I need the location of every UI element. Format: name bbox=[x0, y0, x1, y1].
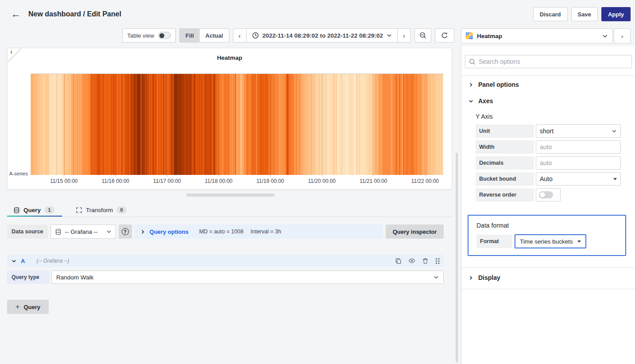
add-query-button[interactable]: + Query bbox=[7, 300, 49, 314]
tab-transform[interactable]: Transform 0 bbox=[70, 203, 133, 217]
header-actions: Discard Save Apply bbox=[533, 7, 631, 21]
time-picker-group: ‹ 2022-11-14 08:29:02 to 2022-11-22 08:2… bbox=[233, 28, 411, 43]
section-label: Panel options bbox=[478, 81, 519, 88]
x-tick: 11/22 00:00 bbox=[411, 175, 439, 184]
unit-label: Unit bbox=[476, 124, 534, 138]
transform-icon bbox=[76, 207, 82, 213]
chevron-right-icon: › bbox=[621, 32, 623, 40]
decimals-input[interactable] bbox=[540, 159, 617, 167]
transform-count-badge: 0 bbox=[116, 206, 127, 214]
heatmap-canvas bbox=[31, 74, 443, 175]
x-axis-ticks: 11/15 00:0011/16 00:0011/17 00:0011/18 0… bbox=[31, 175, 443, 185]
time-range-button[interactable]: 2022-11-14 08:29:02 to 2022-11-22 08:29:… bbox=[247, 32, 397, 39]
tab-query[interactable]: Query 1 bbox=[7, 203, 61, 217]
fill-button[interactable]: Fill bbox=[180, 29, 200, 42]
data-format-title: Data format bbox=[476, 222, 509, 229]
chevron-down-icon bbox=[387, 33, 392, 38]
drag-handle[interactable] bbox=[435, 258, 439, 264]
section-display[interactable]: Display bbox=[469, 274, 500, 281]
x-tick: 11/19 00:00 bbox=[256, 175, 284, 184]
query-inspector-button[interactable]: Query inspector bbox=[386, 225, 444, 239]
viz-picker[interactable]: Heatmap bbox=[461, 28, 613, 43]
query-row-header[interactable]: A (-- Grafana --) bbox=[7, 255, 444, 267]
query-options-label: Query options bbox=[150, 228, 189, 235]
x-tick: 11/17 00:00 bbox=[153, 175, 181, 184]
panel-toolbar: Table view Fill Actual ‹ 2022-11-14 08:2… bbox=[0, 28, 457, 44]
options-search-input[interactable] bbox=[479, 58, 628, 65]
zoom-out-icon bbox=[419, 32, 426, 39]
unit-row: Unit short bbox=[476, 124, 621, 138]
y-axis-heading: Y Axis bbox=[476, 113, 493, 120]
panel-resize-handle[interactable] bbox=[186, 194, 275, 197]
chevron-down-icon bbox=[12, 259, 16, 263]
width-label: Width bbox=[476, 140, 534, 154]
chevron-right-icon: › bbox=[403, 32, 405, 39]
time-shift-back-button[interactable]: ‹ bbox=[233, 29, 246, 42]
apply-button[interactable]: Apply bbox=[601, 7, 631, 21]
eye-icon bbox=[408, 257, 415, 264]
query-type-select[interactable]: Random Walk bbox=[51, 271, 444, 284]
options-sidebar: Panel options Axes Y Axis Unit short Wid… bbox=[461, 46, 635, 364]
query-type-value: Random Walk bbox=[56, 274, 434, 281]
bucket-bound-select[interactable]: Auto bbox=[536, 172, 621, 186]
duplicate-query-button[interactable] bbox=[395, 258, 402, 264]
section-label: Display bbox=[478, 274, 500, 281]
datasource-row: Data source -- Grafana -- ? Query option… bbox=[7, 225, 444, 239]
section-axes[interactable]: Axes bbox=[469, 97, 493, 105]
refresh-button[interactable] bbox=[435, 28, 454, 43]
heatmap-plot bbox=[31, 74, 443, 174]
hide-response-button[interactable] bbox=[408, 257, 415, 264]
viz-picker-row: Heatmap › bbox=[461, 28, 631, 43]
toggle-knob bbox=[540, 192, 545, 197]
section-label: Axes bbox=[478, 97, 493, 105]
edit-panel-page: ← New dashboard / Edit Panel Discard Sav… bbox=[0, 0, 635, 364]
database-icon bbox=[13, 207, 20, 213]
grip-dots-icon bbox=[435, 258, 439, 264]
divider bbox=[461, 289, 635, 289]
format-label: Format bbox=[476, 235, 512, 248]
table-view-switch[interactable] bbox=[158, 32, 171, 39]
width-input[interactable] bbox=[540, 143, 617, 151]
help-icon: ? bbox=[122, 228, 129, 235]
tab-label: Transform bbox=[86, 207, 113, 213]
bucket-bound-row: Bucket bound Auto bbox=[476, 172, 621, 186]
format-row: Format Time series buckets bbox=[476, 234, 586, 248]
datasource-select[interactable]: -- Grafana -- bbox=[50, 225, 116, 239]
info-icon: i bbox=[11, 49, 12, 54]
options-search[interactable] bbox=[465, 55, 632, 68]
reverse-order-row: Reverse order bbox=[476, 188, 561, 201]
format-select[interactable]: Time series buckets bbox=[515, 234, 586, 248]
query-row-a: A (-- Grafana --) Query type Random Walk bbox=[7, 255, 444, 284]
refresh-icon bbox=[441, 32, 448, 39]
plus-icon: + bbox=[15, 303, 19, 310]
query-type-row: Query type Random Walk bbox=[7, 271, 444, 284]
unit-value: short bbox=[540, 128, 609, 135]
query-options-bar[interactable]: Query options MD = auto = 1008 Interval … bbox=[135, 225, 383, 239]
datasource-value: -- Grafana -- bbox=[65, 228, 103, 235]
collapse-options-button[interactable]: › bbox=[614, 28, 631, 43]
caret-down-icon bbox=[577, 240, 581, 243]
format-value: Time series buckets bbox=[520, 238, 573, 245]
back-button[interactable]: ← bbox=[9, 7, 23, 21]
unit-select[interactable]: short bbox=[536, 124, 621, 138]
reverse-order-toggle[interactable] bbox=[536, 188, 561, 201]
delete-query-button[interactable] bbox=[422, 258, 429, 264]
table-view-toggle[interactable]: Table view bbox=[122, 28, 176, 43]
bucket-bound-value: Auto bbox=[540, 175, 611, 182]
time-shift-forward-button[interactable]: › bbox=[398, 29, 410, 42]
zoom-out-button[interactable] bbox=[414, 28, 431, 43]
query-row-datasource: (-- Grafana --) bbox=[36, 258, 69, 264]
sidebar-resize-handle[interactable] bbox=[456, 153, 458, 363]
save-button[interactable]: Save bbox=[571, 7, 598, 21]
x-tick: 11/15 00:00 bbox=[50, 175, 78, 184]
x-tick: 11/20 00:00 bbox=[308, 175, 336, 184]
actual-button[interactable]: Actual bbox=[200, 29, 229, 42]
toggle-track bbox=[539, 191, 553, 198]
trash-icon bbox=[422, 258, 429, 264]
section-panel-options[interactable]: Panel options bbox=[469, 81, 519, 88]
search-icon bbox=[469, 58, 476, 65]
datasource-help-button[interactable]: ? bbox=[119, 225, 132, 239]
tab-label: Query bbox=[23, 207, 41, 213]
decimals-label: Decimals bbox=[476, 156, 534, 170]
discard-button[interactable]: Discard bbox=[533, 7, 568, 21]
